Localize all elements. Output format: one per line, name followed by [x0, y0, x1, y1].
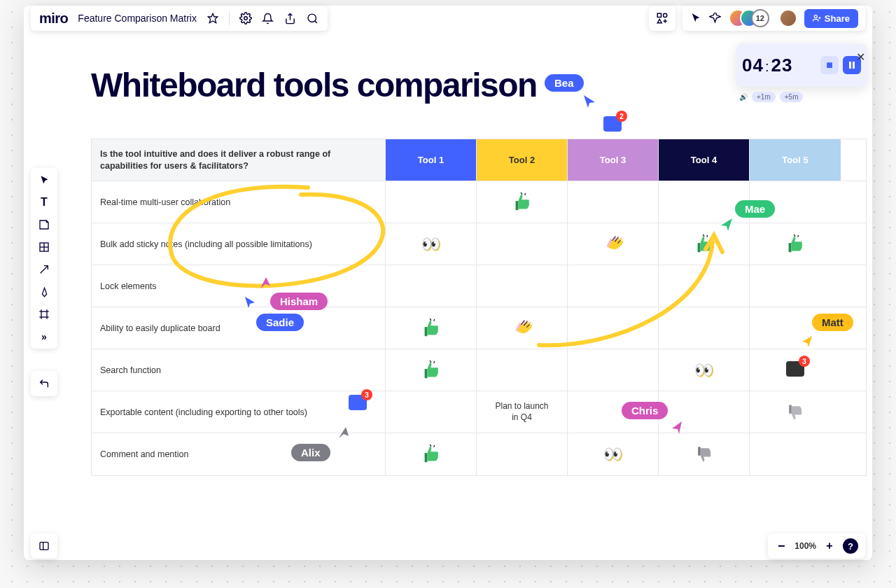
- export-icon[interactable]: [284, 12, 297, 24]
- sound-icon[interactable]: 🔊: [739, 92, 748, 102]
- table-cell[interactable]: [386, 349, 477, 391]
- table-cell[interactable]: [750, 265, 841, 307]
- top-left-toolbar: miro Feature Comparison Matrix: [31, 6, 328, 31]
- table-question: Is the tool intuitive and does it delive…: [92, 139, 386, 181]
- timer-stop-button[interactable]: ■: [820, 56, 839, 74]
- table-cell[interactable]: [477, 181, 568, 223]
- svg-line-25: [430, 318, 431, 320]
- reaction-thumb: [512, 192, 533, 213]
- svg-line-23: [794, 234, 795, 236]
- cursor-icon: [801, 335, 813, 349]
- miro-logo: miro: [39, 10, 68, 27]
- svg-point-2: [309, 14, 316, 22]
- reaction-thumbdn: [785, 402, 805, 422]
- svg-rect-4: [657, 13, 661, 17]
- panels-button[interactable]: [31, 533, 57, 559]
- comment-badge[interactable]: 3: [349, 395, 367, 410]
- share-button[interactable]: Share: [804, 9, 858, 28]
- tool-header: Tool 3: [568, 139, 659, 181]
- svg-line-14: [41, 266, 48, 274]
- help-button[interactable]: ?: [843, 538, 858, 554]
- user-cursor-sadie: Sadie: [256, 314, 304, 331]
- table-cell[interactable]: [477, 433, 568, 475]
- table-cell[interactable]: [750, 391, 841, 433]
- svg-rect-10: [853, 62, 855, 69]
- svg-rect-9: [849, 62, 851, 69]
- apps-button[interactable]: [649, 6, 676, 31]
- zoom-level[interactable]: 100%: [794, 541, 816, 551]
- table-cell[interactable]: [750, 433, 841, 475]
- cell-text: Plan to launchin Q4: [495, 401, 548, 423]
- text-tool-icon[interactable]: T: [38, 196, 50, 209]
- reaction-eyes: 👀: [421, 235, 440, 253]
- reaction-thumb: [421, 444, 442, 465]
- avatar-overflow-count[interactable]: 12: [751, 9, 769, 27]
- svg-line-30: [433, 445, 434, 447]
- table-cell[interactable]: [750, 223, 841, 265]
- reaction-thumbdn_g: [694, 444, 714, 464]
- bottom-bar: − 100% + ?: [31, 532, 865, 560]
- arrow-tool-icon[interactable]: [38, 263, 50, 276]
- settings-icon[interactable]: [239, 12, 252, 24]
- svg-line-28: [433, 360, 434, 363]
- reaction-thumb: [785, 234, 806, 255]
- comment-badge[interactable]: 2: [603, 116, 622, 132]
- svg-line-3: [315, 20, 317, 22]
- table-cell[interactable]: [386, 307, 477, 349]
- left-toolbar: T »: [31, 168, 57, 349]
- feature-label: Search function: [92, 349, 386, 391]
- cursor-mode-icon[interactable]: [690, 12, 702, 24]
- frame-tool-icon[interactable]: [38, 308, 50, 321]
- svg-marker-0: [208, 13, 217, 22]
- table-cell[interactable]: [659, 181, 750, 223]
- user-cursor-hisham: Hisham: [270, 293, 328, 310]
- reaction-clap: [510, 316, 534, 340]
- zoom-out-button[interactable]: −: [775, 540, 788, 552]
- board-name[interactable]: Feature Comparison Matrix: [78, 13, 197, 24]
- user-cursor-chris: Chris: [622, 402, 668, 419]
- zoom-controls: − 100% + ?: [768, 533, 865, 559]
- table-cell[interactable]: 👀: [568, 433, 659, 475]
- cursor-icon: [671, 420, 683, 434]
- reactions-icon[interactable]: [709, 12, 722, 24]
- table-cell[interactable]: [659, 433, 750, 475]
- bell-icon[interactable]: [262, 12, 274, 24]
- more-tools-icon[interactable]: »: [38, 330, 50, 343]
- select-tool-icon[interactable]: [38, 174, 50, 186]
- undo-button[interactable]: [31, 371, 57, 396]
- reaction-thumb: [421, 360, 442, 381]
- star-icon[interactable]: [206, 12, 219, 24]
- cursor-icon: [244, 295, 256, 309]
- reaction-eyes: 👀: [603, 445, 622, 463]
- table-tool-icon[interactable]: [38, 241, 50, 253]
- search-icon[interactable]: [307, 12, 319, 24]
- reaction-thumb: [421, 318, 442, 339]
- canvas-area[interactable]: Whiteboard tools comparison Is the tool …: [91, 69, 867, 518]
- user-cursor-alix: Alix: [291, 444, 330, 461]
- table-cell[interactable]: Plan to launchin Q4: [477, 391, 568, 433]
- pen-tool-icon[interactable]: [38, 286, 50, 298]
- avatar-self[interactable]: [779, 9, 797, 27]
- zoom-in-button[interactable]: +: [823, 540, 836, 552]
- table-cell[interactable]: [386, 433, 477, 475]
- close-icon[interactable]: ✕: [856, 50, 865, 64]
- cursor-icon: [582, 94, 596, 109]
- sticky-tool-icon[interactable]: [38, 218, 50, 231]
- timer-add-5m[interactable]: +5m: [780, 92, 804, 102]
- table-cell[interactable]: [568, 181, 659, 223]
- table-cell[interactable]: 3: [750, 349, 841, 391]
- tool-header: Tool 5: [750, 139, 841, 181]
- svg-line-24: [798, 234, 799, 237]
- svg-point-5: [663, 13, 666, 17]
- timer-sec: 23: [771, 55, 792, 76]
- user-cursor-matt: Matt: [812, 314, 853, 331]
- table-cell[interactable]: [386, 391, 477, 433]
- user-cursor-mae: Mae: [735, 200, 775, 218]
- timer-add-1m[interactable]: +1m: [752, 92, 776, 102]
- reaction-eyes: 👀: [694, 361, 713, 379]
- timer-min: 04: [742, 55, 764, 76]
- timer-widget[interactable]: 04:23 ■ 🔊 +1m +5m: [736, 43, 867, 87]
- svg-rect-31: [40, 542, 48, 550]
- user-cursor-bea: Bea: [545, 74, 584, 92]
- svg-line-19: [521, 192, 522, 194]
